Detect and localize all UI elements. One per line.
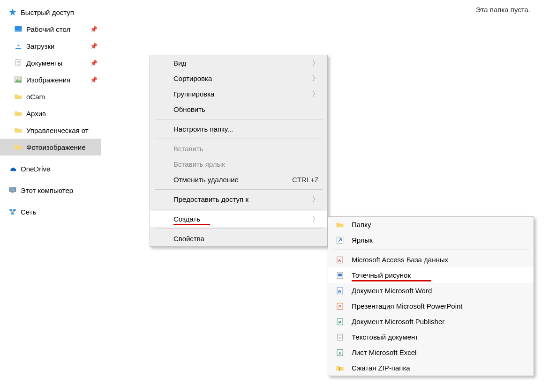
menu-paste-shortcut: Вставить ярлык — [150, 156, 327, 172]
nav-pictures[interactable]: Изображения 📌 — [0, 71, 101, 88]
menu-group[interactable]: Группировка 〉 — [150, 86, 327, 102]
menu-label: Обновить — [173, 105, 319, 113]
menu-label: Лист Microsoft Excel — [352, 348, 525, 356]
menu-label: Создать — [173, 215, 306, 223]
menu-label: Группировка — [173, 90, 306, 98]
computer-icon — [8, 186, 17, 194]
nav-label: Управленческая от — [26, 126, 101, 134]
nav-management[interactable]: Управленческая от — [0, 122, 101, 139]
text-file-icon — [336, 333, 344, 341]
powerpoint-icon: P — [336, 302, 344, 311]
submenu-shortcut[interactable]: Ярлык — [328, 232, 534, 248]
nav-ocam[interactable]: oCam — [0, 88, 101, 105]
menu-label: Вставить — [173, 145, 319, 153]
menu-view[interactable]: Вид 〉 — [150, 55, 327, 71]
publisher-icon: P — [336, 318, 344, 326]
menu-label: Вставить ярлык — [173, 160, 319, 168]
menu-separator — [155, 139, 323, 139]
folder-icon — [14, 143, 23, 151]
svg-text:W: W — [338, 289, 342, 293]
menu-label: Предоставить доступ к — [173, 195, 306, 203]
svg-text:A: A — [338, 258, 341, 262]
nav-downloads[interactable]: Загрузки 📌 — [0, 37, 101, 54]
pin-icon: 📌 — [90, 26, 98, 33]
empty-folder-message: Эта папка пуста. — [476, 6, 530, 14]
nav-archive[interactable]: Архив — [0, 105, 101, 122]
bitmap-icon — [336, 271, 344, 280]
nav-network[interactable]: Сеть — [0, 203, 101, 220]
downloads-icon — [14, 42, 23, 50]
nav-this-pc[interactable]: Этот компьютер — [0, 182, 101, 199]
navigation-pane: Быстрый доступ Рабочий стол 📌 Загрузки 📌… — [0, 0, 101, 392]
menu-label: Сжатая ZIP-папка — [352, 364, 525, 372]
excel-icon: X — [336, 348, 344, 357]
menu-properties[interactable]: Свойства — [150, 231, 327, 246]
context-menu: Вид 〉 Сортировка 〉 Группировка 〉 Обновит… — [150, 55, 328, 247]
submenu-text[interactable]: Текстовый документ — [328, 329, 534, 345]
submenu-word[interactable]: W Документ Microsoft Word — [328, 283, 534, 298]
annotation-underline — [173, 224, 210, 225]
menu-separator — [155, 209, 323, 209]
menu-label: Сортировка — [173, 74, 306, 82]
zip-icon — [336, 364, 344, 372]
pin-icon: 📌 — [90, 76, 98, 83]
svg-text:P: P — [338, 320, 341, 324]
nav-label: Быстрый доступ — [21, 8, 101, 16]
svg-rect-11 — [11, 192, 14, 193]
access-icon: A — [336, 256, 344, 264]
menu-separator — [155, 229, 323, 229]
menu-label: Папку — [352, 221, 525, 229]
menu-customize-folder[interactable]: Настроить папку... — [150, 121, 327, 137]
chevron-right-icon: 〉 — [312, 59, 319, 67]
svg-rect-14 — [11, 213, 14, 215]
submenu-zip[interactable]: Сжатая ZIP-папка — [328, 360, 534, 376]
pin-icon: 📌 — [90, 43, 98, 50]
menu-separator — [333, 250, 529, 250]
onedrive-icon — [8, 164, 17, 173]
menu-label: Текстовый документ — [352, 333, 525, 341]
menu-label: Вид — [173, 59, 306, 67]
menu-label: Документ Microsoft Word — [352, 287, 525, 295]
folder-icon — [14, 109, 23, 118]
annotation-underline — [352, 280, 431, 281]
submenu-folder[interactable]: Папку — [328, 217, 534, 232]
submenu-access-db[interactable]: A Microsoft Access База данных — [328, 252, 534, 267]
documents-icon — [14, 59, 23, 67]
submenu-powerpoint[interactable]: P Презентация Microsoft PowerPoint — [328, 298, 534, 314]
svg-point-9 — [20, 78, 21, 79]
menu-share-access[interactable]: Предоставить доступ к 〉 — [150, 192, 327, 207]
menu-label: Презентация Microsoft PowerPoint — [352, 302, 525, 310]
menu-separator — [155, 119, 323, 119]
menu-label: Ярлык — [352, 236, 525, 244]
menu-label: Microsoft Access База данных — [352, 256, 525, 264]
menu-sort[interactable]: Сортировка 〉 — [150, 71, 327, 86]
nav-label: Документы — [26, 59, 86, 67]
svg-rect-2 — [15, 31, 22, 32]
nav-desktop[interactable]: Рабочий стол 📌 — [0, 21, 101, 37]
nav-label: Архив — [26, 110, 101, 118]
submenu-publisher[interactable]: P Документ Microsoft Publisher — [328, 314, 534, 329]
submenu-bitmap[interactable]: Точечный рисунок — [328, 267, 534, 283]
nav-photo-selected[interactable]: Фотоизображение — [0, 139, 101, 155]
folder-icon — [14, 92, 23, 101]
menu-label: Документ Microsoft Publisher — [352, 318, 525, 325]
menu-create[interactable]: Создать 〉 — [150, 211, 327, 227]
svg-rect-13 — [13, 209, 16, 211]
chevron-right-icon: 〉 — [312, 215, 319, 223]
nav-label: Сеть — [21, 208, 101, 216]
submenu-excel[interactable]: X Лист Microsoft Excel — [328, 345, 534, 360]
menu-refresh[interactable]: Обновить — [150, 102, 327, 117]
nav-quick-access[interactable]: Быстрый доступ — [0, 4, 101, 21]
nav-onedrive[interactable]: OneDrive — [0, 160, 101, 177]
chevron-right-icon: 〉 — [312, 90, 319, 98]
shortcut-icon — [336, 236, 344, 244]
network-icon — [8, 207, 17, 216]
svg-rect-32 — [339, 367, 340, 370]
folder-icon — [336, 221, 344, 229]
menu-label: Настроить папку... — [173, 125, 319, 133]
nav-label: Рабочий стол — [26, 25, 86, 33]
nav-documents[interactable]: Документы 📌 — [0, 54, 101, 71]
menu-undo-delete[interactable]: Отменить удаление CTRL+Z — [150, 172, 327, 187]
pictures-icon — [14, 75, 23, 84]
menu-label: Отменить удаление — [173, 176, 283, 184]
